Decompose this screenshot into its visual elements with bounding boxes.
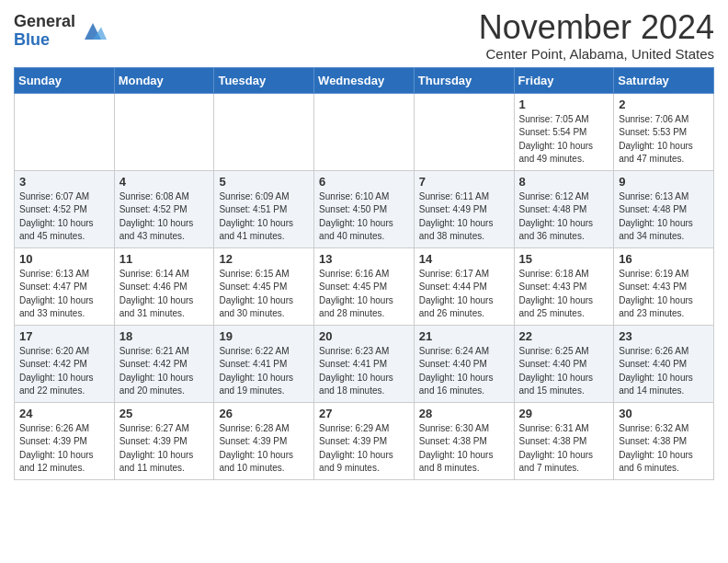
calendar-header-tuesday: Tuesday xyxy=(214,67,314,93)
day-info: Sunrise: 6:13 AMSunset: 4:47 PMDaylight:… xyxy=(19,268,109,321)
calendar-week-row: 17Sunrise: 6:20 AMSunset: 4:42 PMDayligh… xyxy=(15,325,714,402)
calendar-header-row: SundayMondayTuesdayWednesdayThursdayFrid… xyxy=(15,67,714,93)
day-info: Sunrise: 6:13 AMSunset: 4:48 PMDaylight:… xyxy=(619,190,709,244)
calendar-cell: 7Sunrise: 6:11 AMSunset: 4:49 PMDaylight… xyxy=(414,170,514,247)
day-info: Sunrise: 7:05 AMSunset: 5:54 PMDaylight:… xyxy=(519,113,609,167)
day-number: 6 xyxy=(319,175,409,189)
day-number: 25 xyxy=(119,407,210,420)
calendar-cell: 28Sunrise: 6:30 AMSunset: 4:38 PMDayligh… xyxy=(414,402,514,479)
day-number: 14 xyxy=(419,252,509,266)
day-info: Sunrise: 6:14 AMSunset: 4:46 PMDaylight:… xyxy=(119,268,210,321)
calendar-cell: 14Sunrise: 6:17 AMSunset: 4:44 PMDayligh… xyxy=(414,247,514,325)
calendar-cell: 23Sunrise: 6:26 AMSunset: 4:40 PMDayligh… xyxy=(614,325,714,402)
day-info: Sunrise: 6:17 AMSunset: 4:44 PMDaylight:… xyxy=(419,268,509,321)
day-info: Sunrise: 6:26 AMSunset: 4:39 PMDaylight:… xyxy=(19,422,109,476)
day-info: Sunrise: 6:23 AMSunset: 4:41 PMDaylight:… xyxy=(319,345,409,398)
day-info: Sunrise: 6:07 AMSunset: 4:52 PMDaylight:… xyxy=(19,190,109,244)
day-info: Sunrise: 6:08 AMSunset: 4:52 PMDaylight:… xyxy=(119,190,210,244)
day-number: 5 xyxy=(219,175,309,189)
day-number: 15 xyxy=(519,252,609,266)
day-number: 22 xyxy=(519,329,609,343)
calendar-cell: 22Sunrise: 6:25 AMSunset: 4:40 PMDayligh… xyxy=(514,325,614,402)
logo-blue: Blue xyxy=(14,31,75,50)
day-info: Sunrise: 6:19 AMSunset: 4:43 PMDaylight:… xyxy=(619,268,709,321)
day-info: Sunrise: 6:18 AMSunset: 4:43 PMDaylight:… xyxy=(519,268,609,321)
day-number: 28 xyxy=(419,407,509,420)
day-number: 20 xyxy=(319,329,409,343)
day-number: 23 xyxy=(619,329,709,343)
calendar-cell: 9Sunrise: 6:13 AMSunset: 4:48 PMDaylight… xyxy=(614,170,714,247)
calendar-cell: 21Sunrise: 6:24 AMSunset: 4:40 PMDayligh… xyxy=(414,325,514,402)
calendar-cell: 12Sunrise: 6:15 AMSunset: 4:45 PMDayligh… xyxy=(214,247,314,325)
logo-general: General xyxy=(14,13,75,31)
day-number: 9 xyxy=(619,175,709,189)
day-number: 17 xyxy=(19,329,109,343)
day-info: Sunrise: 6:09 AMSunset: 4:51 PMDaylight:… xyxy=(219,190,309,244)
day-number: 29 xyxy=(519,407,609,420)
day-number: 3 xyxy=(19,175,109,189)
day-number: 18 xyxy=(119,329,210,343)
page-header: General Blue November 2024 Center Point,… xyxy=(14,9,714,62)
day-number: 16 xyxy=(619,252,709,266)
calendar-cell: 1Sunrise: 7:05 AMSunset: 5:54 PMDaylight… xyxy=(514,93,614,170)
calendar-cell: 27Sunrise: 6:29 AMSunset: 4:39 PMDayligh… xyxy=(314,402,415,479)
day-info: Sunrise: 6:21 AMSunset: 4:42 PMDaylight:… xyxy=(119,345,210,398)
day-info: Sunrise: 6:30 AMSunset: 4:38 PMDaylight:… xyxy=(419,422,509,476)
calendar-cell xyxy=(214,93,314,170)
day-info: Sunrise: 6:31 AMSunset: 4:38 PMDaylight:… xyxy=(519,422,609,476)
title-block: November 2024 Center Point, Alabama, Uni… xyxy=(479,9,714,62)
calendar-week-row: 10Sunrise: 6:13 AMSunset: 4:47 PMDayligh… xyxy=(15,247,714,325)
day-number: 21 xyxy=(419,329,509,343)
calendar-cell: 2Sunrise: 7:06 AMSunset: 5:53 PMDaylight… xyxy=(614,93,714,170)
day-info: Sunrise: 6:10 AMSunset: 4:50 PMDaylight:… xyxy=(319,190,409,244)
day-info: Sunrise: 7:06 AMSunset: 5:53 PMDaylight:… xyxy=(619,113,709,167)
calendar-cell: 18Sunrise: 6:21 AMSunset: 4:42 PMDayligh… xyxy=(114,325,214,402)
calendar-cell: 10Sunrise: 6:13 AMSunset: 4:47 PMDayligh… xyxy=(15,247,115,325)
day-info: Sunrise: 6:27 AMSunset: 4:39 PMDaylight:… xyxy=(119,422,210,476)
calendar-cell: 4Sunrise: 6:08 AMSunset: 4:52 PMDaylight… xyxy=(114,170,214,247)
calendar-week-row: 3Sunrise: 6:07 AMSunset: 4:52 PMDaylight… xyxy=(15,170,714,247)
calendar-cell: 30Sunrise: 6:32 AMSunset: 4:38 PMDayligh… xyxy=(614,402,714,479)
logo-icon xyxy=(79,17,107,45)
calendar-cell: 13Sunrise: 6:16 AMSunset: 4:45 PMDayligh… xyxy=(314,247,415,325)
calendar-cell xyxy=(15,93,115,170)
calendar-cell: 19Sunrise: 6:22 AMSunset: 4:41 PMDayligh… xyxy=(214,325,314,402)
day-number: 27 xyxy=(319,407,409,420)
day-info: Sunrise: 6:20 AMSunset: 4:42 PMDaylight:… xyxy=(19,345,109,398)
day-info: Sunrise: 6:29 AMSunset: 4:39 PMDaylight:… xyxy=(319,422,409,476)
day-number: 7 xyxy=(419,175,509,189)
day-info: Sunrise: 6:28 AMSunset: 4:39 PMDaylight:… xyxy=(219,422,309,476)
calendar-week-row: 24Sunrise: 6:26 AMSunset: 4:39 PMDayligh… xyxy=(15,402,714,479)
calendar-cell: 16Sunrise: 6:19 AMSunset: 4:43 PMDayligh… xyxy=(614,247,714,325)
calendar-cell: 26Sunrise: 6:28 AMSunset: 4:39 PMDayligh… xyxy=(214,402,314,479)
day-number: 30 xyxy=(619,407,709,420)
calendar-header-thursday: Thursday xyxy=(414,67,514,93)
location: Center Point, Alabama, United States xyxy=(479,46,714,62)
day-number: 11 xyxy=(119,252,210,266)
calendar-cell: 15Sunrise: 6:18 AMSunset: 4:43 PMDayligh… xyxy=(514,247,614,325)
calendar-header-saturday: Saturday xyxy=(614,67,714,93)
calendar-cell xyxy=(314,93,415,170)
month-title: November 2024 xyxy=(479,9,714,46)
calendar-cell: 8Sunrise: 6:12 AMSunset: 4:48 PMDaylight… xyxy=(514,170,614,247)
calendar-cell: 24Sunrise: 6:26 AMSunset: 4:39 PMDayligh… xyxy=(15,402,115,479)
calendar-cell xyxy=(414,93,514,170)
day-number: 24 xyxy=(19,407,109,420)
calendar-header-monday: Monday xyxy=(114,67,214,93)
day-number: 10 xyxy=(19,252,109,266)
calendar-cell: 29Sunrise: 6:31 AMSunset: 4:38 PMDayligh… xyxy=(514,402,614,479)
calendar-table: SundayMondayTuesdayWednesdayThursdayFrid… xyxy=(14,67,714,480)
day-number: 8 xyxy=(519,175,609,189)
calendar-cell: 20Sunrise: 6:23 AMSunset: 4:41 PMDayligh… xyxy=(314,325,415,402)
day-number: 19 xyxy=(219,329,309,343)
day-number: 2 xyxy=(619,98,709,111)
logo: General Blue xyxy=(14,13,107,50)
day-number: 1 xyxy=(519,98,609,111)
day-number: 12 xyxy=(219,252,309,266)
calendar-cell: 3Sunrise: 6:07 AMSunset: 4:52 PMDaylight… xyxy=(15,170,115,247)
calendar-cell: 25Sunrise: 6:27 AMSunset: 4:39 PMDayligh… xyxy=(114,402,214,479)
day-info: Sunrise: 6:25 AMSunset: 4:40 PMDaylight:… xyxy=(519,345,609,398)
day-info: Sunrise: 6:12 AMSunset: 4:48 PMDaylight:… xyxy=(519,190,609,244)
calendar-cell: 5Sunrise: 6:09 AMSunset: 4:51 PMDaylight… xyxy=(214,170,314,247)
logo-text: General Blue xyxy=(14,13,75,50)
